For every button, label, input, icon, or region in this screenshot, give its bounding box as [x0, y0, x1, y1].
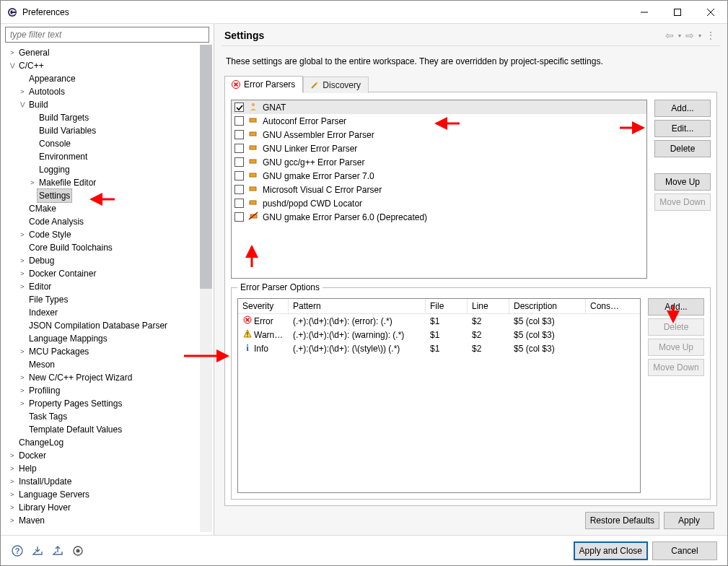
chevron-right-icon[interactable]: > [8, 475, 17, 488]
col-line[interactable]: Line [468, 299, 509, 313]
chevron-right-icon[interactable]: > [8, 46, 17, 59]
view-menu-icon[interactable]: ⋮ [704, 30, 717, 41]
close-button[interactable] [694, 1, 727, 23]
pattern-table[interactable]: Severity Pattern File Line Description C… [237, 298, 641, 493]
tree-item[interactable]: Appearance [5, 72, 200, 85]
parser-item[interactable]: pushd/popd CWD Locator [232, 196, 646, 210]
table-row[interactable]: Warning(.+):(\d+):(\d+): (warning): (.*)… [238, 328, 640, 341]
tree-item[interactable]: Build Targets [5, 111, 200, 124]
chevron-right-icon[interactable]: > [8, 501, 17, 514]
chevron-right-icon[interactable]: > [18, 345, 27, 358]
col-file[interactable]: File [426, 299, 468, 313]
filter-input[interactable] [5, 27, 209, 43]
parser-checkbox[interactable] [234, 199, 244, 208]
tree-item[interactable]: Code Analysis [5, 215, 200, 228]
parser-item[interactable]: GNU Linker Error Parser [232, 142, 646, 155]
chevron-right-icon[interactable]: > [18, 280, 27, 293]
table-row[interactable]: iInfo(.+):(\d+):(\d+): (\(style\)) (.*)$… [238, 341, 640, 355]
parser-item[interactable]: Autoconf Error Parser [232, 114, 646, 128]
col-description[interactable]: Description [509, 299, 586, 313]
tree-item[interactable]: ⋁Build [5, 98, 200, 111]
tree-item[interactable]: >Docker Container [5, 267, 200, 280]
tree-item[interactable]: ChangeLog [5, 436, 200, 449]
tree-item[interactable]: >General [5, 46, 200, 59]
export-icon[interactable] [51, 544, 64, 557]
tree-item[interactable]: CMake [5, 202, 200, 215]
cancel-button[interactable]: Cancel [652, 541, 717, 560]
preferences-tree[interactable]: >General⋁C/C++Appearance>Autotools⋁Build… [5, 45, 200, 532]
chevron-right-icon[interactable]: > [8, 449, 17, 462]
chevron-right-icon[interactable]: > [8, 514, 17, 527]
tree-item[interactable]: >Code Style [5, 228, 200, 241]
tree-item[interactable]: Build Variables [5, 124, 200, 137]
tree-item[interactable]: Language Mappings [5, 332, 200, 345]
tree-item[interactable]: >Editor [5, 280, 200, 293]
maximize-button[interactable] [661, 1, 694, 23]
tree-item[interactable]: Template Default Values [5, 423, 200, 436]
parser-item[interactable]: GNU Assembler Error Parser [232, 128, 646, 142]
parser-checkbox[interactable] [234, 157, 244, 167]
col-pattern[interactable]: Pattern [289, 299, 426, 313]
col-severity[interactable]: Severity [238, 299, 289, 313]
chevron-right-icon[interactable]: > [28, 176, 37, 189]
move-up-parser-button[interactable]: Move Up [654, 173, 711, 191]
tree-item[interactable]: Meson [5, 358, 200, 371]
tree-item[interactable]: Core Build Toolchains [5, 241, 200, 254]
tree-item[interactable]: >MCU Packages [5, 345, 200, 358]
move-up-pattern-button[interactable]: Move Up [648, 339, 704, 356]
tree-item[interactable]: >Makefile Editor [5, 176, 200, 189]
parser-checkbox[interactable] [234, 144, 244, 153]
table-row[interactable]: Error(.+):(\d+):(\d+): (error): (.*)$1$2… [238, 314, 640, 328]
col-consume[interactable]: Consu... [586, 299, 626, 313]
tab-discovery[interactable]: Discovery [303, 77, 369, 93]
tree-item[interactable]: Settings [5, 189, 200, 202]
nav-fwd-icon[interactable]: ⇨ [684, 30, 696, 41]
tree-item[interactable]: File Types [5, 293, 200, 306]
tree-item[interactable]: >New C/C++ Project Wizard [5, 371, 200, 384]
tree-item[interactable]: >Install/Update [5, 475, 200, 488]
tree-item[interactable]: >Autotools [5, 85, 200, 98]
help-icon[interactable]: ? [11, 544, 24, 557]
tree-item[interactable]: ⋁C/C++ [5, 59, 200, 72]
minimize-button[interactable] [628, 1, 661, 23]
add-parser-button[interactable]: Add... [654, 100, 711, 117]
parser-item[interactable]: Microsoft Visual C Error Parser [232, 183, 646, 196]
tree-item[interactable]: >Library Hover [5, 501, 200, 514]
apply-and-close-button[interactable]: Apply and Close [574, 541, 648, 560]
parser-checkbox[interactable] [234, 212, 244, 222]
edit-parser-button[interactable]: Edit... [654, 120, 711, 137]
tree-item[interactable]: Task Tags [5, 410, 200, 423]
tree-item[interactable]: >Profiling [5, 384, 200, 397]
chevron-right-icon[interactable]: > [18, 254, 27, 267]
add-pattern-button[interactable]: Add... [648, 298, 704, 315]
tree-item[interactable]: Logging [5, 163, 200, 176]
chevron-right-icon[interactable]: > [18, 228, 27, 241]
nav-back-icon[interactable]: ⇦ [664, 30, 675, 41]
chevron-right-icon[interactable]: > [18, 267, 27, 280]
chevron-right-icon[interactable]: > [8, 462, 17, 475]
chevron-down-icon[interactable]: ⋁ [18, 98, 27, 111]
tree-item[interactable]: >Help [5, 462, 200, 475]
parser-checkbox[interactable] [234, 103, 244, 112]
move-down-parser-button[interactable]: Move Down [654, 193, 711, 211]
parser-list[interactable]: GNATAutoconf Error ParserGNU Assembler E… [231, 100, 647, 279]
parser-item[interactable]: GNU gcc/g++ Error Parser [232, 155, 646, 169]
chevron-right-icon[interactable]: > [8, 488, 17, 501]
tree-item[interactable]: Indexer [5, 306, 200, 319]
tree-item[interactable]: JSON Compilation Database Parser [5, 319, 200, 332]
delete-parser-button[interactable]: Delete [654, 140, 711, 157]
parser-checkbox[interactable] [234, 185, 244, 194]
tree-item[interactable]: >Language Servers [5, 488, 200, 501]
parser-item[interactable]: GNAT [232, 100, 646, 114]
chevron-right-icon[interactable]: > [18, 384, 27, 397]
chevron-right-icon[interactable]: > [18, 371, 27, 384]
restore-defaults-button[interactable]: Restore Defaults [585, 512, 659, 529]
tree-item[interactable]: >Docker [5, 449, 200, 462]
oomph-icon[interactable] [71, 544, 84, 557]
tab-error-parsers[interactable]: Error Parsers [224, 76, 303, 92]
chevron-right-icon[interactable]: > [18, 397, 27, 410]
chevron-down-icon[interactable]: ⋁ [8, 59, 17, 72]
parser-checkbox[interactable] [234, 130, 244, 139]
move-down-pattern-button[interactable]: Move Down [648, 359, 704, 376]
parser-item[interactable]: GNU gmake Error Parser 6.0 (Deprecated) [232, 210, 646, 224]
